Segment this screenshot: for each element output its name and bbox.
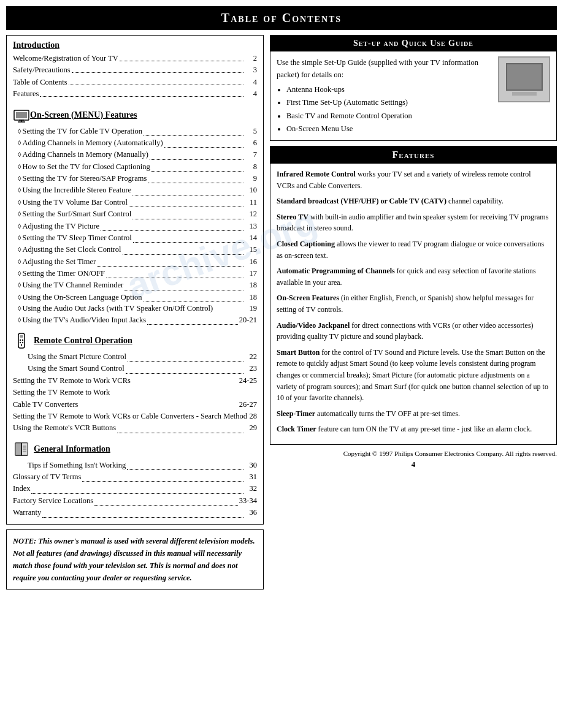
entry-av-input: ◊Using the TV's Audio/Video Input Jacks …: [18, 314, 257, 326]
remote-section-header: Remote Control Operation: [13, 332, 257, 349]
intro-entries: Welcome/Registration of Your TV 2 Safety…: [13, 53, 257, 100]
onscreen-entries: ◊Setting the TV for Cable TV Operation 5…: [13, 126, 257, 327]
feature-sleep-label: Sleep-Timer: [277, 409, 315, 418]
entry-warranty: Warranty 36: [13, 507, 257, 518]
toc-entry-contents: Table of Contents 4: [13, 77, 257, 88]
remote-icon: [13, 332, 30, 349]
tv-base: [512, 92, 537, 96]
feature-broadcast-text: channel capability.: [448, 197, 504, 205]
svg-rect-6: [20, 335, 23, 338]
feature-closed-caption: Closed Captioning allows the viewer to r…: [277, 238, 550, 261]
feature-onscreen: On-Screen Features (in either English, F…: [277, 292, 550, 315]
feature-onscreen-label: On-Screen Features: [277, 294, 339, 302]
setup-content: Use the simple Set-Up Guide (supplied wi…: [270, 51, 556, 140]
entry-stereo-sap: ◊Setting the TV for Stereo/SAP Programs …: [18, 173, 257, 184]
entry-cable-tv: ◊Setting the TV for Cable TV Operation 5: [18, 126, 257, 137]
setup-intro: Use the simple Set-Up Guide (supplied wi…: [277, 56, 493, 81]
entry-index: Index 32: [13, 483, 257, 495]
svg-point-9: [20, 342, 21, 343]
tv-icon: [13, 107, 30, 124]
entry-factory: Factory Service Locations 33-34: [13, 495, 257, 507]
svg-point-7: [20, 339, 21, 341]
page-number: 4: [270, 460, 557, 469]
onscreen-title: On-Screen (MENU) Features: [30, 110, 137, 120]
general-section-header: General Information: [13, 441, 257, 458]
entry-adding-manual: ◊Adding Channels in Memory (Manually) 7: [18, 149, 257, 161]
entry-sleep-timer: ◊Setting the TV Sleep Timer Control 14: [18, 232, 257, 244]
book-icon: [13, 441, 30, 458]
copyright: Copyright © 1997 Philips Consumer Electr…: [270, 450, 557, 457]
svg-point-8: [22, 339, 23, 341]
toc-entry-features: Features 4: [13, 88, 257, 100]
entry-volume-bar: ◊Using the TV Volume Bar Control 11: [18, 197, 257, 208]
feature-stereo-text: with built-in audio amplifier and twin s…: [277, 213, 548, 233]
toc-entry-welcome: Welcome/Registration of Your TV 2: [13, 53, 257, 64]
feature-av-label: Audio/Video Jackpanel: [277, 321, 350, 330]
svg-rect-14: [21, 443, 28, 455]
entry-vcr: Setting the TV Remote to Work VCRs 24-25: [13, 375, 257, 387]
setup-item-onscreen: On-Screen Menu Use: [286, 123, 493, 135]
main-title: Table of Contents: [6, 6, 557, 30]
introduction-title: Introduction: [13, 40, 257, 50]
feature-clock: Clock Timer feature can turn ON the TV a…: [277, 423, 550, 435]
entry-closed-caption: ◊How to Set the TV for Closed Captioning…: [18, 161, 257, 173]
feature-stereo-label: Stereo TV: [277, 213, 308, 221]
right-column: Set-up and Quick Use Guide Use the simpl…: [270, 35, 557, 469]
entry-smart-picture: Using the Smart Picture Control 22: [13, 351, 257, 363]
feature-sleep-text: automatically turns the TV OFF at pre-se…: [317, 409, 460, 418]
tv-image: [498, 56, 550, 102]
entry-set-timer: ◊Adjusting the Set Timer 16: [18, 256, 257, 268]
svg-rect-1: [16, 112, 27, 118]
entry-stereo-feature: ◊Using the Incredible Stereo Feature 10: [18, 184, 257, 196]
copyright-text: Copyright © 1997 Philips Consumer Electr…: [343, 450, 557, 457]
general-title: General Information: [34, 444, 110, 454]
entry-cable-converters: Setting the TV Remote to WorkCable TV Co…: [13, 387, 257, 411]
tv-screen: [506, 63, 543, 91]
svg-point-11: [21, 344, 22, 346]
feature-clock-label: Clock Timer: [277, 425, 316, 433]
entry-channel-reminder: ◊Using the TV Channel Reminder 18: [18, 279, 257, 291]
feature-sleep: Sleep-Timer automatically turns the TV O…: [277, 408, 550, 420]
this-text: This: [150, 561, 164, 570]
feature-broadcast-label: Standard broadcast (VHF/UHF) or Cable TV…: [277, 197, 446, 205]
note-label: NOTE: This owner's manual is used with s…: [13, 537, 255, 582]
setup-text: Use the simple Set-Up Guide (supplied wi…: [277, 56, 493, 135]
entry-surf: ◊Setting the Surf/Smart Surf Control 12: [18, 208, 257, 220]
note-box: NOTE: This owner's manual is used with s…: [6, 529, 264, 590]
feature-infrared-label: Infrared Remote Control: [277, 170, 356, 178]
remote-title: Remote Control Operation: [34, 336, 132, 346]
page: archive.org Table of Contents Introducti…: [0, 0, 563, 728]
entry-vcr-buttons: Using the Remote's VCR Buttons 29: [13, 422, 257, 434]
features-header-text: Features: [393, 150, 435, 160]
entry-timer-onoff: ◊Setting the Timer ON/OFF 17: [18, 268, 257, 279]
general-entries: Tips if Something Isn't Working 30 Gloss…: [13, 460, 257, 519]
setup-item-basic: Basic TV and Remote Control Operation: [286, 110, 493, 123]
feature-av: Audio/Video Jackpanel for direct connect…: [277, 320, 550, 343]
setup-list: Antenna Hook-ups First Time Set-Up (Auto…: [277, 83, 493, 135]
entry-tips: Tips if Something Isn't Working 30: [13, 460, 257, 471]
title-text: Table of Contents: [221, 11, 342, 25]
setup-header: Set-up and Quick Use Guide: [270, 36, 556, 51]
entry-search-method: Setting the TV Remote to Work VCRs or Ca…: [13, 411, 257, 422]
feature-broadcast: Standard broadcast (VHF/UHF) or Cable TV…: [277, 195, 550, 207]
feature-smart-label: Smart Button: [277, 348, 320, 357]
feature-stereo: Stereo TV with built-in audio amplifier …: [277, 211, 550, 234]
entry-glossary: Glossary of TV Terms 31: [13, 471, 257, 483]
entry-adding-auto: ◊Adding Channels in Memory (Automaticall…: [18, 137, 257, 149]
page-number-text: 4: [412, 460, 416, 469]
entry-smart-sound: Using the Smart Sound Control 23: [13, 363, 257, 374]
setup-image-container: [498, 56, 550, 135]
entry-audio-out: ◊Using the Audio Out Jacks (with TV Spea…: [18, 303, 257, 314]
feature-smart: Smart Button for the control of TV Sound…: [277, 347, 550, 404]
feature-auto-prog: Automatic Programming of Channels for qu…: [277, 265, 550, 288]
toc-entry-safety: Safety/Precautions 3: [13, 64, 257, 76]
setup-header-text: Set-up and Quick Use Guide: [353, 39, 473, 48]
setup-guide-box: Set-up and Quick Use Guide Use the simpl…: [270, 35, 557, 141]
entry-language: ◊Using the On-Screen Language Option 18: [18, 292, 257, 303]
toc-box: Introduction Welcome/Registration of You…: [6, 35, 264, 525]
feature-clock-text: feature can turn ON the TV at any pre-se…: [318, 425, 532, 433]
svg-point-10: [22, 342, 23, 343]
feature-auto-prog-label: Automatic Programming of Channels: [277, 267, 395, 275]
setup-item-firsttime: First Time Set-Up (Automatic Settings): [286, 96, 493, 109]
features-content: Infrared Remote Control works your TV se…: [270, 164, 556, 444]
